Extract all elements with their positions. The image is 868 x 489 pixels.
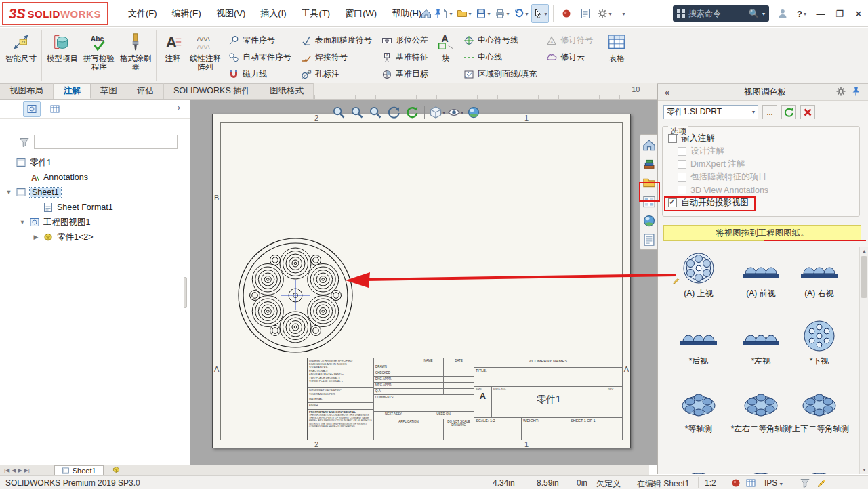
custom-properties-icon[interactable] xyxy=(642,232,657,247)
first-sheet-icon[interactable]: |◀ xyxy=(4,467,9,473)
datum-feature-button[interactable]: 基准特征 xyxy=(377,49,433,66)
collapse-panel-icon[interactable]: « xyxy=(658,87,676,98)
linear-note-pattern-button[interactable]: 线性注释阵列 xyxy=(187,29,224,82)
centerline-button[interactable]: 中心线 xyxy=(459,49,541,66)
select-arrow-icon[interactable]: ▾ xyxy=(531,4,549,23)
home-icon[interactable] xyxy=(417,4,435,23)
undo-icon[interactable]: ▾ xyxy=(512,4,530,23)
drawing-view-top[interactable] xyxy=(237,237,354,354)
revision-cloud-button[interactable]: 修订云 xyxy=(541,49,598,66)
grid-icon[interactable] xyxy=(745,477,756,489)
tag-icon[interactable] xyxy=(730,477,741,489)
auto-balloon-button[interactable]: 自动零件序号 xyxy=(224,49,296,66)
menu-file[interactable]: 文件(F) xyxy=(121,0,165,27)
tree-node-part[interactable]: 零件1 xyxy=(0,155,190,170)
next-sheet-icon[interactable]: ▶ xyxy=(18,467,22,473)
panel-options-gear-icon[interactable] xyxy=(835,86,846,99)
view-thumbnail-back[interactable]: *后视 xyxy=(667,318,730,366)
palette-scrollbar[interactable]: ▲ ▼ xyxy=(859,247,868,474)
browse-button[interactable]: ... xyxy=(762,105,777,119)
tab-sheet-format[interactable]: 图纸格式 xyxy=(260,83,314,99)
print-icon[interactable]: ▾ xyxy=(493,4,511,23)
zoom-in-out-icon[interactable] xyxy=(367,104,384,121)
scrollbar-thumb[interactable] xyxy=(861,256,867,298)
view-thumbnail-partial[interactable] xyxy=(788,463,850,474)
document-selector[interactable]: 零件1.SLDPRT▾ xyxy=(663,105,758,119)
tables-button[interactable]: 表格 xyxy=(602,29,631,82)
view-thumbnail-partial[interactable] xyxy=(730,463,792,474)
balloon-button[interactable]: 零件序号 xyxy=(224,32,296,49)
panel-splitter-handle[interactable] xyxy=(184,277,187,308)
sheet-scale[interactable]: 1:2 xyxy=(705,478,716,488)
weld-symbol-button[interactable]: 焊接符号 xyxy=(296,49,377,66)
menu-window[interactable]: 窗口(W) xyxy=(337,0,384,27)
drawing-sheet[interactable]: 2 1 B A A 2 1 UNLESS OTHERWISE SPECIFIED xyxy=(212,114,631,448)
menu-insert[interactable]: 插入(I) xyxy=(253,0,293,27)
minimize-button[interactable]: — xyxy=(811,0,830,27)
search-caret-icon[interactable]: ▾ xyxy=(762,11,765,17)
sheet-tab-sheet1[interactable]: Sheet1 xyxy=(54,465,104,475)
smart-dimension-button[interactable]: 智能尺寸 xyxy=(3,29,39,82)
view-thumbnail-partial[interactable] xyxy=(667,463,730,474)
filter-icon[interactable] xyxy=(800,477,810,489)
panel-pin-icon[interactable] xyxy=(850,86,861,99)
user-account-icon[interactable] xyxy=(773,0,792,27)
appearances-scenes-icon[interactable] xyxy=(642,213,657,228)
panel-expand-icon[interactable]: › xyxy=(178,102,180,112)
file-explorer-icon[interactable] xyxy=(642,175,657,190)
format-painter-button[interactable]: 格式涂刷器 xyxy=(117,29,154,82)
options-gear-icon[interactable]: ▾ xyxy=(596,4,613,23)
view-thumbnail-trimetric[interactable]: *上下二等角轴测 xyxy=(788,386,850,433)
spell-checker-button[interactable]: 拼写检验程序 xyxy=(81,29,117,82)
edit-pencil-icon[interactable] xyxy=(817,477,827,489)
hide-show-items-icon[interactable]: ▾ xyxy=(447,104,463,121)
tab-view-layout[interactable]: 视图布局 xyxy=(0,83,54,99)
option-import-annotations[interactable]: 输入注解 xyxy=(663,132,859,145)
hole-callout-button[interactable]: 孔标注 xyxy=(296,66,377,83)
solidworks-resources-icon[interactable] xyxy=(642,137,657,152)
new-document-icon[interactable]: ▾ xyxy=(436,4,454,23)
design-library-icon[interactable] xyxy=(642,156,657,171)
display-style-icon[interactable]: ▾ xyxy=(429,104,445,121)
note-button[interactable]: 注释 xyxy=(159,29,187,82)
layer-properties-tab-icon[interactable] xyxy=(46,101,64,117)
view-thumbnail-bottom[interactable]: *下视 xyxy=(788,318,850,366)
close-button[interactable]: ✕ xyxy=(849,0,868,27)
command-search[interactable]: 🔍 ▾ xyxy=(673,5,769,22)
datum-target-button[interactable]: 基准目标 xyxy=(377,66,433,83)
filter-funnel-icon[interactable] xyxy=(19,137,30,148)
record-icon[interactable] xyxy=(558,4,575,23)
last-sheet-icon[interactable]: ▶| xyxy=(24,467,30,473)
tree-node-sheet1[interactable]: ▼Sheet1 xyxy=(0,185,190,200)
menu-edit[interactable]: 编辑(E) xyxy=(165,0,209,27)
pan-icon[interactable] xyxy=(404,104,420,121)
block-button[interactable]: 块 xyxy=(433,29,459,82)
add-sheet-icon[interactable] xyxy=(112,465,121,475)
view-thumbnail-front[interactable]: (A) 前视 xyxy=(730,251,792,298)
tree-node-part-ref[interactable]: ▶零件1<2> xyxy=(0,230,190,244)
help-icon[interactable]: ?▾ xyxy=(792,0,811,27)
view-thumbnail-isometric[interactable]: *等轴测 xyxy=(667,386,730,433)
magnetic-line-button[interactable]: 磁力线 xyxy=(224,66,296,83)
checkbox[interactable] xyxy=(668,134,677,143)
feature-tree-tab-icon[interactable] xyxy=(23,101,41,117)
tree-node-sheet-format[interactable]: Sheet Format1 xyxy=(0,200,190,215)
tab-evaluate[interactable]: 评估 xyxy=(127,83,164,99)
tree-node-annotations[interactable]: Annotations xyxy=(0,170,190,185)
surface-finish-button[interactable]: 表面粗糙度符号 xyxy=(296,32,377,49)
drawing-sheet-icon[interactable] xyxy=(577,4,594,23)
appearances-icon[interactable] xyxy=(466,104,482,121)
graphics-area[interactable]: 2 1 B A A 2 1 UNLESS OTHERWISE SPECIFIED xyxy=(190,100,657,465)
center-mark-button[interactable]: 中心符号线 xyxy=(459,32,541,49)
model-items-button[interactable]: 模型项目 xyxy=(44,29,81,82)
view-thumbnail-left[interactable]: *左视 xyxy=(730,318,792,366)
area-hatch-button[interactable]: 区域剖面线/填充 xyxy=(459,66,541,83)
previous-view-icon[interactable] xyxy=(386,104,402,121)
view-thumbnail-top[interactable]: (A) 上视 xyxy=(667,251,730,298)
tree-filter-input[interactable] xyxy=(34,135,178,149)
view-thumbnail-right[interactable]: (A) 右视 xyxy=(788,251,850,298)
tree-node-drawing-view[interactable]: ▼工程图视图1 xyxy=(0,215,190,230)
save-icon[interactable]: ▾ xyxy=(474,4,492,23)
zoom-fit-icon[interactable] xyxy=(331,104,347,121)
checkbox[interactable] xyxy=(668,198,677,207)
